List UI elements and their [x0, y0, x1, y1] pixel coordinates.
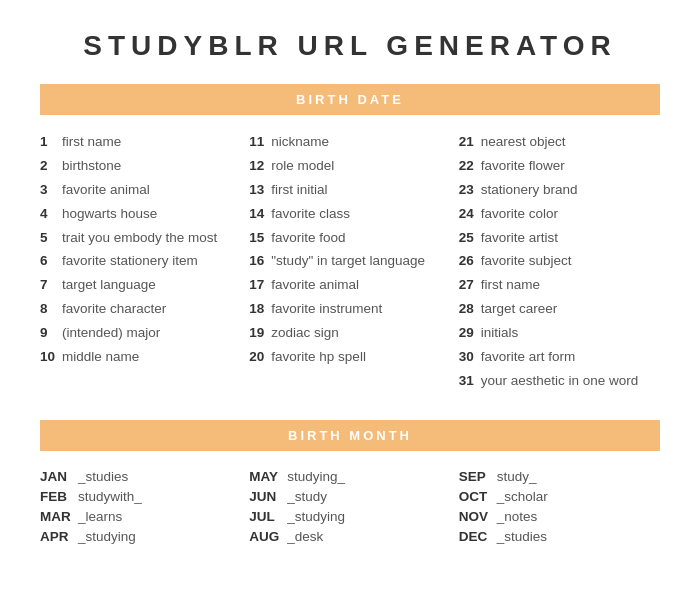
- list-text: favorite animal: [62, 181, 150, 200]
- list-text: birthstone: [62, 157, 121, 176]
- month-item: DEC_studies: [459, 529, 652, 544]
- list-item: 17favorite animal: [249, 276, 442, 295]
- list-item: 10middle name: [40, 348, 233, 367]
- list-text: favorite artist: [481, 229, 558, 248]
- list-item: 24favorite color: [459, 205, 652, 224]
- list-item: 6favorite stationery item: [40, 252, 233, 271]
- page-title: STUDYBLR URL GENERATOR: [40, 30, 660, 62]
- list-item: 9(intended) major: [40, 324, 233, 343]
- month-item: MAYstudying_: [249, 469, 442, 484]
- list-text: middle name: [62, 348, 139, 367]
- list-number: 31: [459, 372, 481, 391]
- month-abbr: MAY: [249, 469, 287, 484]
- list-text: (intended) major: [62, 324, 160, 343]
- list-item: 29initials: [459, 324, 652, 343]
- birthmonth-header: BIRTH MONTH: [40, 420, 660, 451]
- month-value: _scholar: [497, 489, 548, 504]
- list-text: favorite subject: [481, 252, 572, 271]
- list-text: your aesthetic in one word: [481, 372, 639, 391]
- list-number: 14: [249, 205, 271, 224]
- list-item: 26favorite subject: [459, 252, 652, 271]
- list-number: 11: [249, 133, 271, 152]
- list-number: 12: [249, 157, 271, 176]
- list-number: 10: [40, 348, 62, 367]
- list-text: favorite character: [62, 300, 166, 319]
- list-item: 30favorite art form: [459, 348, 652, 367]
- month-abbr: JUL: [249, 509, 287, 524]
- birthdate-header: BIRTH DATE: [40, 84, 660, 115]
- list-text: first name: [62, 133, 121, 152]
- list-text: target career: [481, 300, 558, 319]
- list-number: 25: [459, 229, 481, 248]
- month-value: _studies: [497, 529, 547, 544]
- list-item: 4hogwarts house: [40, 205, 233, 224]
- list-number: 23: [459, 181, 481, 200]
- list-item: 5trait you embody the most: [40, 229, 233, 248]
- month-value: _study: [287, 489, 327, 504]
- list-item: 1first name: [40, 133, 233, 152]
- list-item: 2birthstone: [40, 157, 233, 176]
- list-number: 16: [249, 252, 271, 271]
- list-text: first initial: [271, 181, 327, 200]
- list-number: 3: [40, 181, 62, 200]
- list-item: 20favorite hp spell: [249, 348, 442, 367]
- month-item: SEPstudy_: [459, 469, 652, 484]
- list-item: 18favorite instrument: [249, 300, 442, 319]
- list-number: 1: [40, 133, 62, 152]
- list-text: hogwarts house: [62, 205, 157, 224]
- birthdate-col2: 11nickname12role model13first initial14f…: [241, 133, 450, 396]
- list-number: 21: [459, 133, 481, 152]
- list-number: 30: [459, 348, 481, 367]
- list-item: 13first initial: [249, 181, 442, 200]
- month-abbr: MAR: [40, 509, 78, 524]
- month-abbr: JAN: [40, 469, 78, 484]
- list-item: 21nearest object: [459, 133, 652, 152]
- month-item: APR_studying: [40, 529, 233, 544]
- list-number: 24: [459, 205, 481, 224]
- month-abbr: APR: [40, 529, 78, 544]
- month-abbr: FEB: [40, 489, 78, 504]
- list-text: favorite class: [271, 205, 350, 224]
- list-item: 14favorite class: [249, 205, 442, 224]
- list-number: 18: [249, 300, 271, 319]
- month-abbr: OCT: [459, 489, 497, 504]
- list-number: 13: [249, 181, 271, 200]
- list-item: 23stationery brand: [459, 181, 652, 200]
- list-text: "study" in target language: [271, 252, 425, 271]
- list-item: 19zodiac sign: [249, 324, 442, 343]
- month-value: _studies: [78, 469, 128, 484]
- month-item: NOV_notes: [459, 509, 652, 524]
- month-abbr: SEP: [459, 469, 497, 484]
- list-number: 28: [459, 300, 481, 319]
- list-item: 22favorite flower: [459, 157, 652, 176]
- list-number: 6: [40, 252, 62, 271]
- list-text: first name: [481, 276, 540, 295]
- list-item: 12role model: [249, 157, 442, 176]
- birthmonth-col1: JAN_studiesFEBstudywith_MAR_learnsAPR_st…: [40, 469, 241, 549]
- birthdate-col1: 1first name2birthstone3favorite animal4h…: [40, 133, 241, 396]
- list-item: 28target career: [459, 300, 652, 319]
- list-number: 20: [249, 348, 271, 367]
- month-item: AUG_desk: [249, 529, 442, 544]
- list-item: 8favorite character: [40, 300, 233, 319]
- birthdate-columns: 1first name2birthstone3favorite animal4h…: [40, 133, 660, 396]
- month-item: JUL_studying: [249, 509, 442, 524]
- list-item: 27first name: [459, 276, 652, 295]
- list-item: 3favorite animal: [40, 181, 233, 200]
- list-number: 27: [459, 276, 481, 295]
- birthmonth-columns: JAN_studiesFEBstudywith_MAR_learnsAPR_st…: [40, 469, 660, 549]
- month-value: _notes: [497, 509, 538, 524]
- list-item: 7target language: [40, 276, 233, 295]
- list-text: favorite color: [481, 205, 558, 224]
- list-text: trait you embody the most: [62, 229, 217, 248]
- list-number: 8: [40, 300, 62, 319]
- list-text: favorite instrument: [271, 300, 382, 319]
- list-text: nearest object: [481, 133, 566, 152]
- list-number: 26: [459, 252, 481, 271]
- list-text: favorite food: [271, 229, 345, 248]
- month-item: JUN_study: [249, 489, 442, 504]
- list-text: favorite flower: [481, 157, 565, 176]
- list-number: 22: [459, 157, 481, 176]
- list-item: 25favorite artist: [459, 229, 652, 248]
- list-number: 17: [249, 276, 271, 295]
